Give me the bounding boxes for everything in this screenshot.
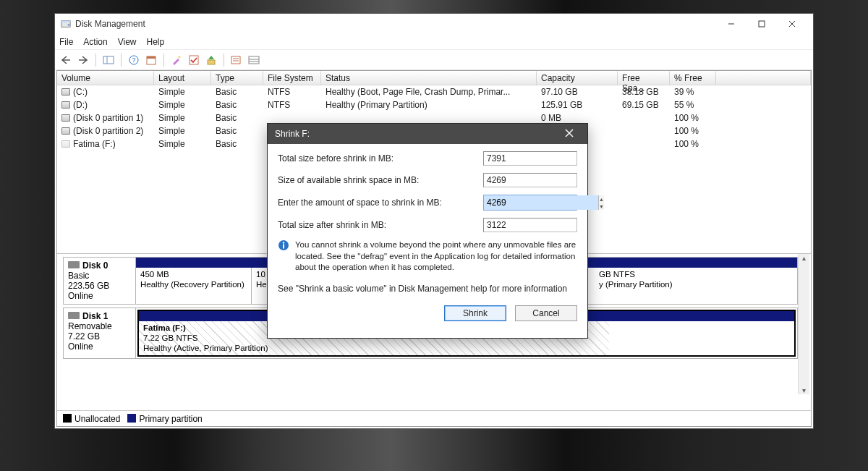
svg-rect-26 <box>283 245 284 249</box>
col-status[interactable]: Status <box>321 71 537 85</box>
part-line2: y (Primary Partition) <box>599 280 793 290</box>
close-icon <box>565 129 574 137</box>
svg-rect-7 <box>103 56 114 64</box>
label-total-before: Total size before shrink in MB: <box>278 153 483 164</box>
col-fs[interactable]: File System <box>263 71 321 85</box>
shrink-amount-input[interactable] <box>484 195 598 210</box>
disk-icon <box>68 261 80 268</box>
shrink-amount-stepper[interactable]: ▲ ▼ <box>483 195 577 211</box>
help-icon[interactable]: ? <box>127 54 140 67</box>
scroll-up-icon[interactable]: ▴ <box>802 254 806 262</box>
menubar: File Action View Help <box>55 34 813 50</box>
legend: Unallocated Primary partition <box>57 410 811 426</box>
show-hide-tree-icon[interactable] <box>102 54 115 67</box>
info-icon <box>278 239 289 251</box>
scroll-down-icon[interactable]: ▾ <box>802 386 806 394</box>
volume-icon <box>61 101 70 109</box>
dialog-close-button[interactable] <box>558 128 580 140</box>
disk-state: Online <box>68 291 131 301</box>
svg-rect-15 <box>208 60 215 64</box>
svg-rect-19 <box>249 56 259 64</box>
menu-file[interactable]: File <box>59 37 73 47</box>
part-size: 450 MB <box>140 270 247 280</box>
volume-icon <box>61 114 70 122</box>
grid-header: Volume Layout Type File System Status Ca… <box>57 71 811 85</box>
close-button[interactable] <box>777 14 807 34</box>
app-icon <box>61 19 71 29</box>
stepper-down-icon[interactable]: ▼ <box>599 203 604 210</box>
properties-icon[interactable] <box>230 54 243 67</box>
cancel-button[interactable]: Cancel <box>515 305 577 321</box>
svg-rect-4 <box>759 21 765 27</box>
disk-name: Disk 0 <box>82 260 108 271</box>
svg-rect-16 <box>231 56 240 64</box>
forward-icon[interactable] <box>77 54 90 67</box>
part-line1: GB NTFS <box>599 270 793 280</box>
legend-primary: Primary partition <box>127 414 202 424</box>
disk-icon <box>68 312 80 319</box>
col-pctfree[interactable]: % Free <box>670 71 716 85</box>
menu-action[interactable]: Action <box>83 37 107 47</box>
disk-size: 223.56 GB <box>68 281 131 291</box>
dialog-note: You cannot shrink a volume beyond the po… <box>295 239 577 273</box>
disk0-info: Disk 0 Basic 223.56 GB Online <box>64 258 136 304</box>
disk0-part0[interactable]: 450 MB Healthy (Recovery Partition) <box>136 268 252 304</box>
scrollbar[interactable]: ▴ ▾ <box>798 254 809 394</box>
svg-rect-12 <box>147 56 156 59</box>
dialog-titlebar[interactable]: Shrink F: <box>268 124 587 144</box>
stepper-up-icon[interactable]: ▲ <box>599 195 604 203</box>
label-after: Total size after shrink in MB: <box>278 220 483 230</box>
volume-icon <box>61 127 70 135</box>
disk-size: 7.22 GB <box>68 331 131 341</box>
col-layout[interactable]: Layout <box>154 71 211 85</box>
col-spacer <box>716 71 811 85</box>
svg-rect-2 <box>68 24 70 26</box>
table-row[interactable]: (D:)SimpleBasicNTFSHealthy (Primary Part… <box>57 98 811 111</box>
svg-rect-14 <box>190 56 198 64</box>
value-avail: 4269 <box>483 173 577 187</box>
back-icon[interactable] <box>59 54 72 67</box>
wizard-icon[interactable] <box>170 54 183 67</box>
up-arrow-icon[interactable] <box>205 54 218 67</box>
col-free[interactable]: Free Spa... <box>618 71 670 85</box>
calendar-icon[interactable] <box>145 54 158 67</box>
disk-name: Disk 1 <box>82 311 108 321</box>
disk1-info: Disk 1 Removable 7.22 GB Online <box>64 308 136 358</box>
label-enter: Enter the amount of space to shrink in M… <box>278 198 483 208</box>
label-avail: Size of available shrink space in MB: <box>278 175 483 185</box>
menu-view[interactable]: View <box>118 37 137 47</box>
legend-unallocated: Unallocated <box>63 414 120 424</box>
part-status: Healthy (Recovery Partition) <box>140 280 247 290</box>
disk-type: Removable <box>68 321 131 331</box>
window-title: Disk Management <box>75 19 716 29</box>
part-line3: Healthy (Active, Primary Partition) <box>143 344 605 354</box>
shrink-button[interactable]: Shrink <box>444 305 506 321</box>
menu-help[interactable]: Help <box>147 37 165 47</box>
svg-rect-1 <box>61 21 70 23</box>
value-after: 3122 <box>483 218 577 232</box>
volume-icon <box>61 88 70 96</box>
swatch-blue <box>127 414 136 423</box>
minimize-button[interactable] <box>716 14 746 34</box>
table-row[interactable]: (C:)SimpleBasicNTFSHealthy (Boot, Page F… <box>57 85 811 98</box>
col-type[interactable]: Type <box>211 71 263 85</box>
svg-point-13 <box>179 56 181 58</box>
dialog-help-text: See "Shrink a basic volume" in Disk Mana… <box>278 284 577 294</box>
svg-text:?: ? <box>132 56 135 64</box>
toolbar: ? <box>55 50 813 70</box>
col-capacity[interactable]: Capacity <box>537 71 618 85</box>
value-total-before: 7391 <box>483 151 577 166</box>
maximize-button[interactable] <box>746 14 777 34</box>
list-view-icon[interactable] <box>247 54 260 67</box>
dialog-title: Shrink F: <box>275 129 558 139</box>
col-volume[interactable]: Volume <box>57 71 154 85</box>
titlebar[interactable]: Disk Management <box>55 14 813 34</box>
disk-state: Online <box>68 341 131 352</box>
shrink-dialog: Shrink F: Total size before shrink in MB… <box>267 123 588 339</box>
swatch-black <box>63 414 72 423</box>
volume-icon <box>61 140 70 148</box>
svg-point-25 <box>283 242 284 243</box>
check-icon[interactable] <box>187 54 200 67</box>
disk-type: Basic <box>68 271 131 281</box>
